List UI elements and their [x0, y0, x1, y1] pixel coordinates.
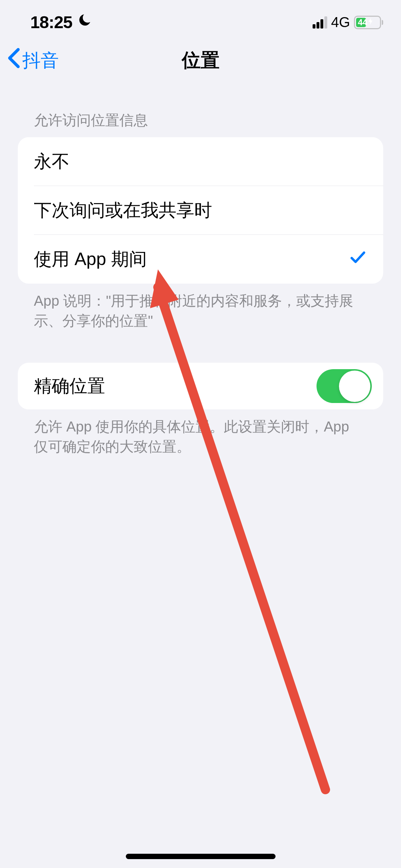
checkmark-icon	[349, 248, 367, 271]
section-header-location: 允许访问位置信息	[18, 84, 383, 137]
option-label: 使用 App 期间	[34, 247, 147, 271]
option-while-using[interactable]: 使用 App 期间	[18, 235, 383, 284]
back-button[interactable]: 抖音	[7, 47, 59, 74]
section-footer-app-desc: App 说明："用于推荐附近的内容和服务，或支持展示、分享你的位置"	[18, 284, 383, 331]
precise-location-group: 精确位置	[18, 363, 383, 409]
battery-percent: 44	[358, 17, 367, 27]
precise-location-toggle[interactable]	[317, 369, 372, 403]
status-left: 18:25	[30, 12, 91, 32]
location-options-group: 永不 下次询问或在我共享时 使用 App 期间	[18, 137, 383, 284]
toggle-knob	[339, 371, 370, 402]
chevron-left-icon	[7, 47, 21, 74]
option-label: 下次询问或在我共享时	[34, 198, 212, 222]
signal-icon	[313, 16, 327, 29]
precise-location-label: 精确位置	[34, 374, 105, 398]
battery-icon: 44	[354, 16, 383, 29]
network-label: 4G	[331, 14, 350, 30]
nav-bar: 抖音 位置	[0, 37, 401, 84]
back-label: 抖音	[22, 48, 59, 73]
section-footer-precise: 允许 App 使用你的具体位置。此设置关闭时，App 仅可确定你的大致位置。	[18, 409, 383, 456]
option-never[interactable]: 永不	[18, 137, 383, 186]
option-label: 永不	[34, 150, 70, 174]
do-not-disturb-icon	[77, 13, 91, 30]
status-bar: 18:25 4G 44	[0, 0, 401, 37]
charging-icon	[368, 18, 374, 27]
precise-location-row[interactable]: 精确位置	[18, 363, 383, 409]
home-indicator[interactable]	[126, 854, 276, 859]
status-right: 4G 44	[313, 14, 383, 30]
page-title: 位置	[7, 48, 394, 73]
option-ask-next-time[interactable]: 下次询问或在我共享时	[18, 186, 383, 235]
status-time: 18:25	[30, 12, 72, 32]
